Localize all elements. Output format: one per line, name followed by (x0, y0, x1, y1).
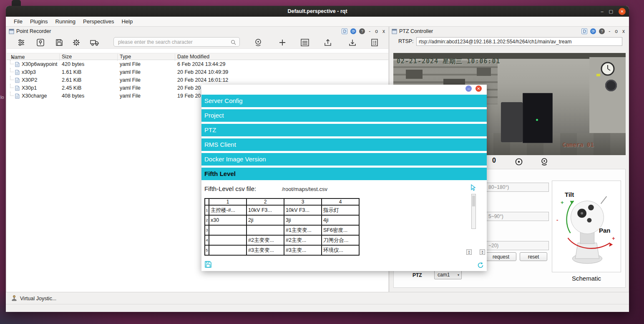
csv-cell[interactable]: 10kV F3... (284, 205, 322, 215)
column-size[interactable]: Size (62, 54, 72, 60)
window-titlebar[interactable]: Default.perspective - rqt – ▢ ✕ (6, 6, 629, 17)
csv-cell[interactable] (247, 225, 284, 235)
waypoint-pin-icon[interactable] (35, 37, 46, 48)
accordion-project[interactable]: Project (201, 109, 487, 122)
csv-row[interactable]: 5 #3主变变... #3主变... 环境仪... (205, 245, 359, 255)
upload-icon[interactable] (322, 37, 333, 48)
reset-button[interactable]: reset (520, 252, 547, 261)
dock-close-button[interactable]: x (621, 29, 626, 34)
csv-preview-table[interactable]: 1 2 3 4 1 主控楼-#... 10kV F3... 10kV F3...… (204, 198, 365, 256)
spinner-down-icon[interactable]: ▾ (482, 252, 483, 254)
point-recorder-titlebar[interactable]: Point Recorder D - o x (7, 27, 388, 36)
csv-cell[interactable]: #3主变变... (247, 245, 284, 255)
spinner-control[interactable]: ▴ ▾ (466, 249, 472, 255)
yellow-marker (596, 74, 600, 76)
dock-minimize-button[interactable]: - (608, 29, 611, 34)
menu-plugins[interactable]: Plugins (26, 18, 52, 25)
vertical-scrollbar[interactable] (471, 194, 476, 229)
maximize-icon[interactable]: ▢ (609, 9, 613, 14)
dock-minimize-button[interactable]: - (368, 29, 371, 34)
csv-cell[interactable]: SF6密度... (322, 225, 359, 235)
camera-icon[interactable] (253, 37, 264, 48)
spinner-control[interactable]: ▴ ▾ (480, 249, 485, 255)
download-icon[interactable] (347, 37, 358, 48)
reload-plugin-icon[interactable] (590, 28, 596, 34)
ptz-titlebar[interactable]: PTZ Controller D - o x (390, 27, 628, 36)
csv-row[interactable]: 2 x30 2ji 3ji 4ji (205, 215, 359, 225)
search-input[interactable] (114, 39, 239, 45)
csv-cell[interactable]: #3主变... (284, 245, 322, 255)
spinner-down-icon[interactable]: ▾ (468, 252, 470, 254)
list-icon[interactable] (299, 37, 310, 48)
table-row[interactable]: X30P2 2.61 KiB yaml File 20 Feb 2024 16:… (7, 76, 388, 84)
csv-cell[interactable]: #1主变变... (284, 225, 322, 235)
csv-cell[interactable]: 10kV F3... (247, 205, 284, 215)
select-cursor-icon[interactable] (469, 184, 477, 191)
reload-plugin-icon[interactable] (350, 28, 356, 34)
dialog-minimize-icon[interactable]: – (465, 85, 472, 92)
accordion-fifth-level[interactable]: Fifth Level (201, 168, 487, 180)
target-icon[interactable] (514, 157, 523, 166)
save-csv-icon[interactable] (204, 261, 212, 268)
dock-badge[interactable]: D (581, 28, 587, 34)
menu-file[interactable]: File (10, 18, 26, 25)
menu-running[interactable]: Running (52, 18, 79, 25)
table-row[interactable]: X30p6waypoint 420 bytes yaml File 6 Feb … (7, 60, 388, 68)
csv-cell[interactable] (209, 245, 247, 255)
menu-perspectives[interactable]: Perspectives (79, 18, 118, 25)
save-icon[interactable] (54, 37, 65, 48)
csv-cell[interactable]: 刀闸分合... (322, 235, 359, 245)
csv-cell[interactable] (209, 235, 247, 245)
menu-help[interactable]: Help (118, 18, 136, 25)
dialog-close-icon[interactable]: ✕ (475, 85, 482, 92)
wall-clock (600, 61, 615, 76)
ptz-camera-icon[interactable] (540, 157, 549, 166)
csv-row[interactable]: 1 主控楼-#... 10kV F3... 10kV F3... 指示灯 (205, 205, 359, 215)
minimize-icon[interactable]: – (601, 9, 603, 14)
vehicle-icon[interactable] (89, 37, 100, 48)
tasks-icon[interactable] (369, 37, 380, 48)
dock-close-button[interactable]: x (382, 29, 386, 34)
csv-file-path: /root/maps/test.csv (282, 186, 327, 192)
dock-badge[interactable]: D (342, 28, 347, 34)
table-row[interactable]: x30p3 1.61 KiB yaml File 20 Feb 2024 10:… (7, 68, 388, 76)
gear-icon[interactable] (71, 37, 82, 48)
camera-select-dropdown[interactable]: cam1 ▾ (434, 270, 462, 279)
close-icon[interactable]: ✕ (619, 8, 626, 15)
csv-cell[interactable] (209, 225, 247, 235)
csv-cell[interactable]: #2主变... (284, 235, 322, 245)
help-icon[interactable] (359, 28, 365, 34)
tilt-range-field[interactable]: 5~90°) (486, 212, 549, 221)
accordion-ptz[interactable]: PTZ (201, 124, 487, 136)
accordion-server-config[interactable]: Server Config (201, 95, 487, 107)
table-header[interactable]: Name ▲ Size Type Date Modified (7, 53, 388, 60)
help-icon[interactable] (599, 28, 605, 34)
accordion-rms-client[interactable]: RMS Client (201, 138, 487, 151)
request-button[interactable]: request (486, 252, 516, 261)
csv-row[interactable]: 4 #2主变变... #2主变... 刀闸分合... (205, 235, 359, 245)
background-partial-text: lo (0, 95, 4, 100)
dock-float-button[interactable]: o (374, 29, 379, 34)
accordion-docker-image-version[interactable]: Docker Image Version (201, 153, 487, 166)
csv-cell[interactable]: 指示灯 (322, 205, 359, 215)
zoom-range-field[interactable]: ~20) (486, 241, 549, 250)
add-icon[interactable] (277, 37, 288, 48)
tune-icon[interactable] (16, 37, 27, 48)
pan-range-field[interactable]: 80~180°) (486, 183, 549, 192)
csv-row[interactable]: 3 #1主变变... SF6密度... (205, 225, 359, 235)
csv-cell[interactable]: 4ji (322, 215, 359, 225)
dock-float-button[interactable]: o (614, 29, 619, 34)
csv-cell[interactable]: 3ji (284, 215, 322, 225)
column-type[interactable]: Type (120, 54, 131, 60)
csv-cell[interactable]: #2主变变... (247, 235, 284, 245)
search-icon[interactable] (230, 39, 236, 45)
csv-cell[interactable]: x30 (209, 215, 247, 225)
csv-cell[interactable]: 环境仪... (322, 245, 359, 255)
rtsp-url-input[interactable] (416, 37, 622, 46)
statusbar-item-virtual-joystick[interactable]: Virtual Joystic... (11, 294, 56, 303)
column-modified[interactable]: Date Modified (177, 54, 209, 60)
csv-cell[interactable]: 2ji (247, 215, 284, 225)
scrollbar-handle[interactable] (472, 196, 475, 206)
csv-cell[interactable]: 主控楼-#... (209, 205, 247, 215)
refresh-rotate-icon[interactable] (477, 261, 484, 269)
